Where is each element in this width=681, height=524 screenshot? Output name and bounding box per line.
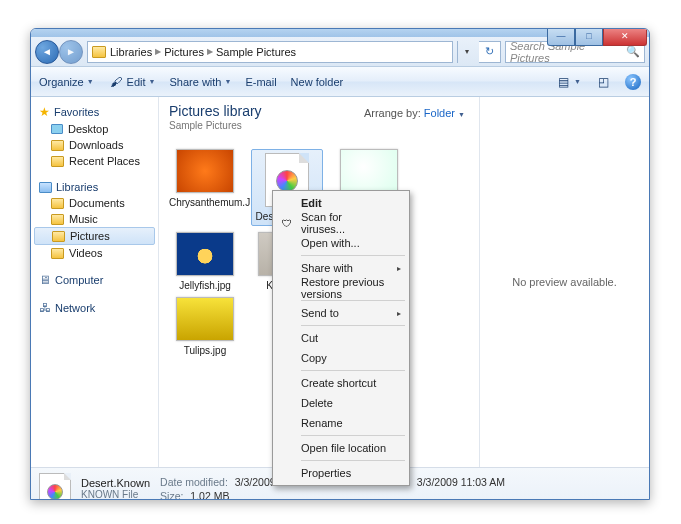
separator (301, 370, 405, 371)
preview-message: No preview available. (512, 276, 617, 288)
context-menu: Edit 🛡Scan for viruses... Open with... S… (272, 190, 410, 486)
separator (301, 325, 405, 326)
new-folder-button[interactable]: New folder (291, 76, 344, 88)
organize-menu[interactable]: Organize▼ (39, 76, 94, 88)
refresh-button[interactable]: ↻ (479, 41, 501, 63)
sidebar-item-music[interactable]: Music (31, 211, 158, 227)
breadcrumb-item[interactable]: Libraries (110, 46, 152, 58)
file-item[interactable]: Chrysanthemum.JPG (169, 149, 241, 226)
close-button[interactable]: ✕ (603, 28, 647, 46)
view-options-button[interactable]: ▤▼ (555, 74, 581, 90)
ctx-rename[interactable]: Rename (275, 413, 407, 433)
ctx-cut[interactable]: Cut (275, 328, 407, 348)
titlebar: — □ ✕ (31, 29, 649, 37)
chevron-right-icon: ▶ (204, 47, 216, 56)
favorites-group[interactable]: ★Favorites (31, 103, 158, 121)
ctx-share-with[interactable]: Share with (275, 258, 407, 278)
ctx-open-with[interactable]: Open with... (275, 233, 407, 253)
navigation-pane: ★Favorites Desktop Downloads Recent Plac… (31, 97, 159, 467)
ctx-scan-viruses[interactable]: 🛡Scan for viruses... (275, 213, 407, 233)
star-icon: ★ (39, 105, 50, 119)
sidebar-item-computer[interactable]: 🖥Computer (31, 271, 158, 289)
libraries-group[interactable]: Libraries (31, 179, 158, 195)
separator (301, 300, 405, 301)
paint-icon: 🖌 (108, 74, 124, 90)
sidebar-item-documents[interactable]: Documents (31, 195, 158, 211)
ctx-copy[interactable]: Copy (275, 348, 407, 368)
ctx-edit[interactable]: Edit (275, 193, 407, 213)
folder-icon (51, 198, 64, 209)
sidebar-item-downloads[interactable]: Downloads (31, 137, 158, 153)
share-menu[interactable]: Share with▼ (169, 76, 231, 88)
folder-icon (92, 46, 106, 58)
email-button[interactable]: E-mail (245, 76, 276, 88)
separator (301, 460, 405, 461)
breadcrumb-item[interactable]: Pictures (164, 46, 204, 58)
command-bar: Organize▼ 🖌Edit▼ Share with▼ E-mail New … (31, 67, 649, 97)
back-button[interactable]: ◄ (35, 40, 59, 64)
ctx-send-to[interactable]: Send to (275, 303, 407, 323)
image-thumbnail (340, 149, 398, 193)
preview-pane: No preview available. (479, 97, 649, 467)
minimize-button[interactable]: — (547, 28, 575, 46)
folder-icon (51, 140, 64, 151)
sidebar-item-recent[interactable]: Recent Places (31, 153, 158, 169)
forward-button[interactable]: ► (59, 40, 83, 64)
image-thumbnail (176, 232, 234, 276)
ctx-restore-versions[interactable]: Restore previous versions (275, 278, 407, 298)
help-icon: ? (625, 74, 641, 90)
sidebar-item-desktop[interactable]: Desktop (31, 121, 158, 137)
folder-icon (51, 156, 64, 167)
image-thumbnail (176, 149, 234, 193)
arrange-by[interactable]: Arrange by: Folder ▼ (364, 107, 465, 119)
computer-icon: 🖥 (39, 273, 51, 287)
folder-icon (52, 231, 65, 242)
breadcrumb-item[interactable]: Sample Pictures (216, 46, 296, 58)
ctx-create-shortcut[interactable]: Create shortcut (275, 373, 407, 393)
file-label: Chrysanthemum.JPG (169, 197, 241, 208)
file-label: Jellyfish.jpg (169, 280, 241, 291)
desktop-icon (51, 124, 63, 134)
file-item[interactable]: Tulips.jpg (169, 297, 241, 356)
separator (301, 255, 405, 256)
folder-icon (51, 248, 64, 259)
file-type-icon (39, 473, 71, 501)
breadcrumb[interactable]: Libraries ▶ Pictures ▶ Sample Pictures (87, 41, 453, 63)
sidebar-item-videos[interactable]: Videos (31, 245, 158, 261)
file-item[interactable]: Jellyfish.jpg (169, 232, 241, 291)
status-filetype: KNOWN File (81, 489, 150, 500)
network-icon: 🖧 (39, 301, 51, 315)
separator (301, 435, 405, 436)
file-label: Tulips.jpg (169, 345, 241, 356)
shield-icon: 🛡 (280, 216, 294, 230)
status-filename: Desert.Known (81, 477, 150, 489)
ctx-open-location[interactable]: Open file location (275, 438, 407, 458)
folder-icon (51, 214, 64, 225)
ctx-delete[interactable]: Delete (275, 393, 407, 413)
search-icon: 🔍 (626, 45, 640, 58)
sidebar-item-pictures[interactable]: Pictures (34, 227, 155, 245)
library-subtitle: Sample Pictures (169, 120, 469, 131)
preview-pane-button[interactable]: ◰ (595, 74, 611, 90)
chevron-right-icon: ▶ (152, 47, 164, 56)
breadcrumb-dropdown[interactable]: ▾ (457, 41, 475, 63)
sidebar-item-network[interactable]: 🖧Network (31, 299, 158, 317)
maximize-button[interactable]: □ (575, 28, 603, 46)
help-button[interactable]: ? (625, 74, 641, 90)
edit-menu[interactable]: 🖌Edit▼ (108, 74, 156, 90)
image-thumbnail (176, 297, 234, 341)
ctx-properties[interactable]: Properties (275, 463, 407, 483)
libraries-icon (39, 182, 52, 193)
